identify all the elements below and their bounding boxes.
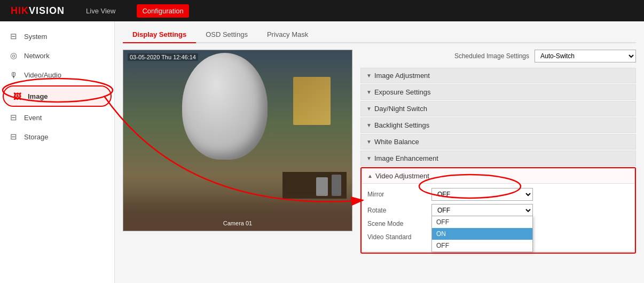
section-label-backlight: Backlight Settings [374, 121, 429, 129]
settings-panel: Scheduled Image Settings Auto-Switch Sch… [360, 50, 636, 255]
sidebar-item-event[interactable]: ⊟ Event [0, 108, 114, 127]
section-exposure-settings[interactable]: ▼ Exposure Settings [360, 84, 636, 100]
section-white-balance[interactable]: ▼ White Balance [360, 134, 636, 150]
arrow-icon-white-balance: ▼ [366, 139, 372, 145]
section-backlight[interactable]: ▼ Backlight Settings [360, 117, 636, 133]
rotate-dropdown-open: OFF ON OFF [431, 216, 533, 252]
sidebar: ⊟ System ◎ Network 🎙 Video/Audio 🖼 Image… [0, 21, 115, 283]
image-icon: 🖼 [12, 91, 22, 101]
section-image-adjustment[interactable]: ▼ Image Adjustment [360, 68, 636, 83]
sidebar-item-image[interactable]: 🖼 Image [3, 85, 112, 107]
sidebar-label-video-audio: Video/Audio [24, 71, 61, 79]
video-adjustment-content: Mirror OFF ON Rotate [362, 184, 635, 251]
arrow-icon-video-adj: ▲ [367, 173, 373, 179]
content-area: 03-05-2020 Thu 12:46:14 Camera 01 Schedu… [123, 50, 636, 255]
mirror-field: OFF ON [431, 188, 629, 201]
cam-window [293, 77, 331, 125]
header: HIKVISION Live View Configuration [0, 0, 644, 21]
logo-hik: HIK [11, 5, 29, 16]
scheduled-label: Scheduled Image Settings [454, 52, 529, 60]
arrow-icon-img-enhance: ▼ [366, 155, 372, 161]
arrow-icon-image-adj: ▼ [366, 73, 372, 78]
logo-vision: VISION [29, 5, 65, 16]
network-icon: ◎ [8, 50, 19, 61]
arrow-icon-day-night: ▼ [366, 106, 372, 112]
nav-configuration[interactable]: Configuration [137, 4, 189, 18]
mirror-select[interactable]: OFF ON [431, 188, 533, 201]
section-video-adjustment[interactable]: ▲ Video Adjustment [362, 168, 635, 184]
tab-display-settings[interactable]: Display Settings [123, 27, 196, 43]
sidebar-label-storage: Storage [24, 133, 49, 141]
sidebar-label-event: Event [24, 114, 42, 122]
camera-preview: 03-05-2020 Thu 12:46:14 Camera 01 [123, 50, 352, 255]
rotate-option-off-item[interactable]: OFF [432, 216, 532, 228]
section-day-night[interactable]: ▼ Day/Night Switch [360, 101, 636, 116]
arrow-icon-backlight: ▼ [366, 122, 372, 128]
section-image-enhancement[interactable]: ▼ Image Enhancement [360, 151, 636, 166]
camera-feed: 03-05-2020 Thu 12:46:14 Camera 01 [123, 50, 352, 231]
scheduled-row: Scheduled Image Settings Auto-Switch Sch… [360, 50, 636, 62]
rotate-option-on-item[interactable]: ON [432, 228, 532, 240]
logo: HIKVISION [11, 5, 65, 17]
section-label-white-balance: White Balance [374, 138, 419, 146]
sidebar-label-system: System [24, 33, 47, 41]
section-label-video-adj: Video Adjustment [375, 172, 429, 180]
rotate-field: OFF ON OFF ON OFF [431, 204, 629, 217]
section-label-img-enhance: Image Enhancement [374, 154, 438, 162]
video-standard-label: Video Standard [367, 233, 431, 241]
event-icon: ⊟ [8, 112, 19, 123]
main-layout: ⊟ System ◎ Network 🎙 Video/Audio 🖼 Image… [0, 21, 644, 283]
video-audio-icon: 🎙 [8, 69, 19, 80]
camera-timestamp: 03-05-2020 Thu 12:46:14 [128, 53, 198, 61]
arrow-icon-exposure: ▼ [366, 89, 372, 95]
rotate-row: Rotate OFF ON OFF ON OFF [367, 204, 629, 217]
section-label-exposure: Exposure Settings [374, 88, 431, 96]
sidebar-label-network: Network [24, 52, 50, 60]
system-icon: ⊟ [8, 31, 19, 42]
scheduled-select[interactable]: Auto-Switch Scheduled [535, 50, 636, 62]
sidebar-label-image: Image [28, 92, 48, 100]
sidebar-item-system[interactable]: ⊟ System [0, 27, 114, 46]
tab-osd-settings[interactable]: OSD Settings [196, 27, 257, 43]
rotate-label: Rotate [367, 207, 431, 214]
sidebar-item-storage[interactable]: ⊟ Storage [0, 127, 114, 146]
main-content: Display Settings OSD Settings Privacy Ma… [115, 21, 644, 283]
mirror-label: Mirror [367, 191, 431, 198]
nav-live-view[interactable]: Live View [81, 4, 121, 18]
rotate-select[interactable]: OFF ON [431, 204, 533, 217]
section-video-adjustment-wrapper: ▲ Video Adjustment Mirror OFF ON [360, 167, 636, 254]
section-label-image-adj: Image Adjustment [374, 72, 430, 80]
tab-privacy-mask[interactable]: Privacy Mask [257, 27, 318, 43]
storage-icon: ⊟ [8, 131, 19, 142]
mirror-row: Mirror OFF ON [367, 188, 629, 201]
scene-mode-label: Scene Mode [367, 220, 431, 227]
sidebar-item-video-audio[interactable]: 🎙 Video/Audio [0, 65, 114, 84]
cam-dome [182, 53, 268, 160]
tabs-bar: Display Settings OSD Settings Privacy Ma… [123, 27, 636, 43]
section-label-day-night: Day/Night Switch [374, 105, 427, 113]
camera-label: Camera 01 [223, 220, 252, 226]
sidebar-item-network[interactable]: ◎ Network [0, 46, 114, 65]
cam-item-1 [332, 175, 341, 196]
rotate-option-off-item2[interactable]: OFF [432, 240, 532, 251]
